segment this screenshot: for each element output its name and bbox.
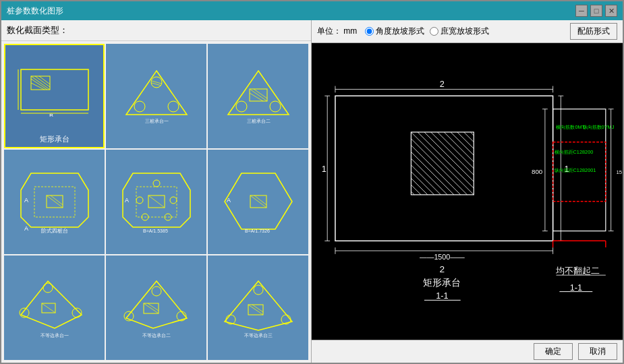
radio-angle[interactable]: 角度放坡形式 bbox=[365, 26, 424, 37]
svg-point-12 bbox=[134, 101, 145, 112]
svg-line-70 bbox=[248, 305, 263, 315]
shape-item-tri1[interactable]: 三桩承台一 bbox=[106, 44, 206, 148]
unit-label: 单位： mm bbox=[317, 26, 357, 37]
svg-text:不等边承台二: 不等边承台二 bbox=[142, 333, 171, 338]
shape-grid: B 矩形承台 bbox=[1, 41, 311, 363]
shape-item-step4[interactable]: A A 阶式四桩台 bbox=[4, 150, 105, 254]
svg-text:2: 2 bbox=[440, 79, 445, 89]
svg-text:纵向筋数0YMJ: 纵向筋数0YMJ bbox=[583, 124, 615, 130]
shape-svg-tri2: 三桩承台二 bbox=[212, 48, 304, 144]
confirm-button[interactable]: 确定 bbox=[534, 343, 573, 360]
shape-label-rect: 矩形承台 bbox=[40, 134, 69, 144]
shape-item-step6[interactable]: A B=A/1.7326 bbox=[208, 150, 308, 254]
svg-line-20 bbox=[254, 89, 267, 98]
svg-text:800: 800 bbox=[532, 168, 543, 175]
svg-text:A: A bbox=[227, 197, 231, 204]
svg-line-46 bbox=[250, 195, 266, 208]
bottom-bar: 确定 取消 bbox=[312, 340, 623, 363]
right-toolbar: 单位： mm 角度放坡形式 庶宽放坡形式 配筋形式 bbox=[312, 20, 623, 43]
svg-point-51 bbox=[43, 283, 53, 293]
svg-text:B=A/1.5385: B=A/1.5385 bbox=[143, 229, 168, 233]
shape-item-rect[interactable]: B 矩形承台 bbox=[4, 44, 105, 148]
shape-svg-irreg3: 不等边承台三 bbox=[212, 260, 304, 356]
svg-text:——1500——: ——1500—— bbox=[420, 253, 465, 261]
svg-text:A: A bbox=[24, 197, 28, 204]
svg-text:纵向筋距C1282001: 纵向筋距C1282001 bbox=[555, 167, 596, 173]
svg-marker-57 bbox=[126, 281, 187, 328]
svg-text:不等边承台一: 不等边承台一 bbox=[40, 333, 69, 338]
svg-point-22 bbox=[236, 101, 247, 112]
svg-text:B: B bbox=[49, 113, 53, 117]
window-title: 桩参数数化图形 bbox=[7, 5, 63, 17]
svg-point-37 bbox=[170, 197, 177, 204]
svg-line-41 bbox=[148, 195, 165, 208]
shape-svg-rect: B bbox=[8, 48, 101, 131]
svg-text:三桩承台二: 三桩承台二 bbox=[246, 119, 270, 123]
svg-line-3 bbox=[35, 76, 50, 87]
svg-line-29 bbox=[51, 195, 63, 205]
svg-line-62 bbox=[144, 303, 159, 313]
maximize-button[interactable]: □ bbox=[590, 5, 602, 17]
cancel-button[interactable]: 取消 bbox=[578, 343, 617, 360]
svg-text:矩形承台: 矩形承台 bbox=[423, 278, 461, 288]
shape-svg-irreg1: 不等边承台一 bbox=[8, 260, 101, 356]
svg-point-35 bbox=[153, 180, 160, 187]
shape-item-tri2[interactable]: 三桩承台二 bbox=[208, 44, 308, 148]
svg-text:2: 2 bbox=[440, 264, 445, 274]
left-header: 数化截面类型： bbox=[1, 20, 311, 41]
svg-line-47 bbox=[254, 195, 266, 205]
svg-marker-44 bbox=[225, 173, 292, 229]
cad-svg: 2 1 1 ——1500—— bbox=[312, 43, 623, 340]
shape-item-irreg2[interactable]: 不等边承台二 bbox=[106, 255, 206, 360]
svg-point-23 bbox=[270, 101, 281, 112]
shape-svg-tri1: 三桩承台一 bbox=[110, 48, 202, 144]
svg-marker-25 bbox=[21, 173, 88, 227]
shape-svg-irreg2: 不等边承台二 bbox=[110, 260, 202, 356]
main-window: 桩参数数化图形 ─ □ ✕ 数化截面类型： bbox=[0, 0, 624, 364]
svg-text:A: A bbox=[24, 225, 28, 232]
svg-marker-17 bbox=[228, 71, 289, 115]
shape-svg-step5: A B=A/1.5385 bbox=[110, 154, 202, 250]
svg-point-58 bbox=[152, 286, 161, 296]
svg-text:横向筋数0MT: 横向筋数0MT bbox=[557, 124, 586, 130]
right-panel: 单位： mm 角度放坡形式 庶宽放坡形式 配筋形式 bbox=[312, 20, 623, 363]
svg-line-55 bbox=[42, 303, 55, 313]
svg-text:1-1: 1-1 bbox=[436, 291, 448, 301]
svg-point-13 bbox=[168, 101, 179, 112]
svg-rect-26 bbox=[34, 187, 75, 217]
svg-text:阶式四桩台: 阶式四桩台 bbox=[41, 228, 68, 234]
config-button[interactable]: 配筋形式 bbox=[570, 23, 617, 40]
radio-angle-input[interactable] bbox=[365, 27, 374, 36]
shape-item-irreg1[interactable]: 不等边承台一 bbox=[4, 255, 105, 360]
svg-line-19 bbox=[250, 89, 267, 101]
svg-text:均不翻起二: 均不翻起二 bbox=[556, 266, 600, 276]
svg-text:三桩承台一: 三桩承台一 bbox=[144, 119, 168, 123]
svg-text:B=A/1.7326: B=A/1.7326 bbox=[245, 229, 270, 233]
svg-marker-50 bbox=[21, 281, 82, 328]
shape-svg-step6: A B=A/1.7326 bbox=[212, 154, 304, 250]
svg-text:A: A bbox=[125, 197, 129, 204]
shape-item-step5[interactable]: A B=A/1.5385 bbox=[106, 150, 206, 254]
title-bar-buttons: ─ □ ✕ bbox=[575, 5, 617, 17]
svg-text:1-1: 1-1 bbox=[570, 282, 582, 293]
svg-text:1: 1 bbox=[322, 164, 327, 174]
shape-svg-step4: A A 阶式四桩台 bbox=[8, 154, 101, 250]
radio-width-input[interactable] bbox=[430, 27, 438, 36]
close-button[interactable]: ✕ bbox=[605, 5, 617, 17]
radio-group: 角度放坡形式 庶宽放坡形式 bbox=[365, 26, 489, 37]
svg-marker-65 bbox=[225, 281, 292, 330]
svg-line-28 bbox=[47, 195, 63, 208]
svg-rect-73 bbox=[316, 43, 619, 340]
radio-width[interactable]: 庶宽放坡形式 bbox=[430, 26, 489, 37]
svg-point-36 bbox=[136, 197, 143, 204]
svg-marker-10 bbox=[126, 71, 187, 115]
svg-text:横向筋距C128200: 横向筋距C128200 bbox=[555, 149, 594, 155]
shape-item-irreg3[interactable]: 不等边承台三 bbox=[208, 255, 308, 360]
svg-text:15: 15 bbox=[616, 169, 622, 175]
left-panel: 数化截面类型： bbox=[1, 20, 312, 363]
svg-point-66 bbox=[254, 285, 263, 295]
minimize-button[interactable]: ─ bbox=[575, 5, 588, 17]
canvas-area: 2 1 1 ——1500—— bbox=[312, 43, 623, 340]
svg-marker-33 bbox=[123, 173, 190, 227]
main-content: 数化截面类型： bbox=[1, 20, 623, 363]
